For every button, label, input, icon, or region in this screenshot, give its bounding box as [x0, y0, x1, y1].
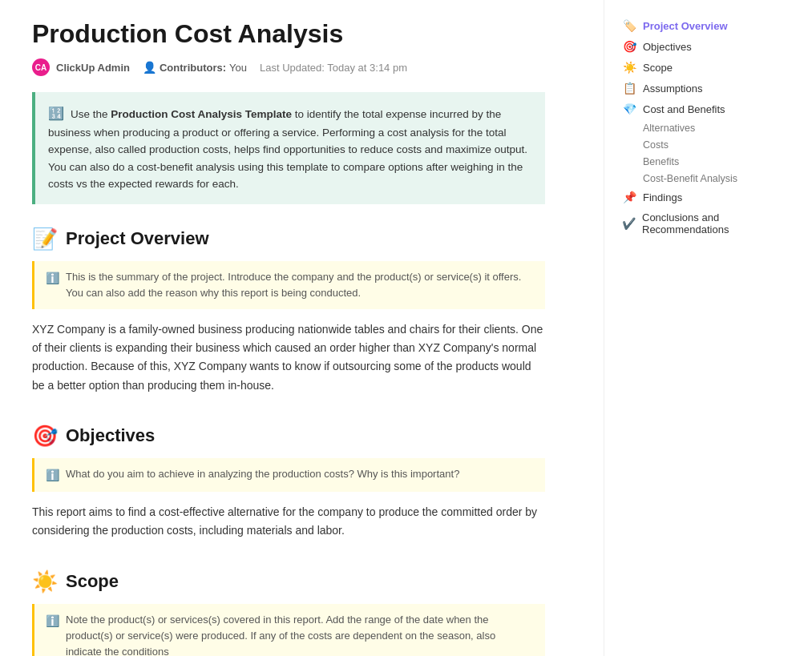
intro-icon: 🔢 [48, 107, 64, 120]
intro-text-after: to identify the total expense incurred b… [48, 108, 527, 190]
sidebar-item-conclusions[interactable]: ✔️ Conclusions and Recommendations [617, 208, 799, 239]
info-text-objectives: What do you aim to achieve in analyzing … [66, 466, 459, 482]
sidebar: 🏷️ Project Overview 🎯 Objectives ☀️ Scop… [604, 0, 812, 656]
info-box-objectives: ℹ️ What do you aim to achieve in analyzi… [32, 458, 545, 493]
section-icon-project-overview: 📝 [32, 227, 58, 252]
info-box-scope: ℹ️ Note the product(s) or services(s) co… [32, 604, 545, 657]
sidebar-subitem-cost-benefit-analysis[interactable]: Cost-Benefit Analysis [617, 171, 799, 187]
sidebar-item-scope[interactable]: ☀️ Scope [617, 58, 799, 77]
contributors-icon: 👤 [143, 61, 156, 74]
nav-label-findings: Findings [643, 191, 682, 203]
section-title-project-overview: Project Overview [66, 228, 209, 249]
nav-label-cost-and-benefits: Cost and Benefits [643, 103, 725, 115]
info-text-scope: Note the product(s) or services(s) cover… [66, 612, 534, 657]
subitem-label-costs: Costs [643, 139, 669, 151]
sections-container: 📝 Project Overview ℹ️ This is the summar… [32, 227, 545, 656]
nav-label-project-overview: Project Overview [643, 20, 728, 32]
main-content: Production Cost Analysis CA ClickUp Admi… [0, 0, 577, 656]
section-heading-objectives: 🎯 Objectives [32, 424, 545, 449]
avatar: CA [32, 58, 50, 76]
nav-icon-objectives: 🎯 [622, 40, 636, 53]
intro-text-before: Use the [71, 108, 111, 120]
sidebar-subitem-alternatives[interactable]: Alternatives [617, 120, 799, 136]
sidebar-subitem-costs[interactable]: Costs [617, 137, 799, 153]
contributors-label: Contributors: [160, 62, 226, 74]
sidebar-item-findings[interactable]: 📌 Findings [617, 187, 799, 207]
nav-icon-findings: 📌 [622, 191, 636, 203]
info-text-project-overview: This is the summary of the project. Intr… [66, 269, 534, 301]
sidebar-item-objectives[interactable]: 🎯 Objectives [617, 37, 799, 56]
nav-label-objectives: Objectives [643, 41, 692, 53]
section-icon-scope: ☀️ [32, 569, 58, 594]
page-title: Production Cost Analysis [32, 19, 545, 49]
nav-label-scope: Scope [643, 62, 673, 74]
nav-icon-scope: ☀️ [622, 61, 636, 74]
section-heading-project-overview: 📝 Project Overview [32, 227, 545, 252]
intro-bold-text: Production Cost Analysis Template [111, 108, 292, 120]
section-icon-objectives: 🎯 [32, 424, 58, 449]
nav-icon-project-overview: 🏷️ [622, 19, 636, 32]
section-title-scope: Scope [66, 571, 119, 592]
sidebar-nav: 🏷️ Project Overview 🎯 Objectives ☀️ Scop… [617, 16, 799, 239]
intro-block: 🔢Use the Production Cost Analysis Templa… [32, 92, 545, 204]
section-objectives: 🎯 Objectives ℹ️ What do you aim to achie… [32, 424, 545, 541]
subitem-label-benefits: Benefits [643, 156, 679, 167]
section-title-objectives: Objectives [66, 425, 155, 446]
body-text-objectives: This report aims to find a cost-effectiv… [32, 503, 545, 540]
subitem-label-alternatives: Alternatives [643, 123, 695, 134]
section-heading-scope: ☀️ Scope [32, 569, 545, 594]
author-name: ClickUp Admin [56, 62, 130, 74]
sidebar-subitem-benefits[interactable]: Benefits [617, 154, 799, 170]
subitem-label-cost-benefit-analysis: Cost-Benefit Analysis [643, 173, 737, 184]
info-box-project-overview: ℹ️ This is the summary of the project. I… [32, 261, 545, 309]
nav-icon-conclusions: ✔️ [622, 217, 636, 230]
last-updated: Last Updated: Today at 3:14 pm [260, 62, 407, 74]
nav-icon-cost-and-benefits: 💎 [622, 103, 636, 115]
author-info: CA ClickUp Admin [32, 58, 130, 76]
contributors-info: 👤 Contributors: You [143, 61, 247, 74]
nav-label-assumptions: Assumptions [643, 83, 702, 95]
info-icon-project-overview: ℹ️ [46, 270, 59, 288]
info-icon-objectives: ℹ️ [46, 467, 59, 485]
sidebar-item-project-overview[interactable]: 🏷️ Project Overview [617, 16, 799, 35]
info-icon-scope: ℹ️ [46, 613, 59, 630]
section-scope: ☀️ Scope ℹ️ Note the product(s) or servi… [32, 569, 545, 657]
sidebar-item-assumptions[interactable]: 📋 Assumptions [617, 78, 799, 98]
sidebar-item-cost-and-benefits[interactable]: 💎 Cost and Benefits [617, 99, 799, 119]
section-project-overview: 📝 Project Overview ℹ️ This is the summar… [32, 227, 545, 395]
contributors-value: You [229, 62, 247, 74]
nav-icon-assumptions: 📋 [622, 82, 636, 95]
body-text-project-overview: XYZ Company is a family-owned business p… [32, 320, 545, 394]
nav-label-conclusions: Conclusions and Recommendations [642, 211, 794, 235]
meta-row: CA ClickUp Admin 👤 Contributors: You Las… [32, 58, 545, 76]
